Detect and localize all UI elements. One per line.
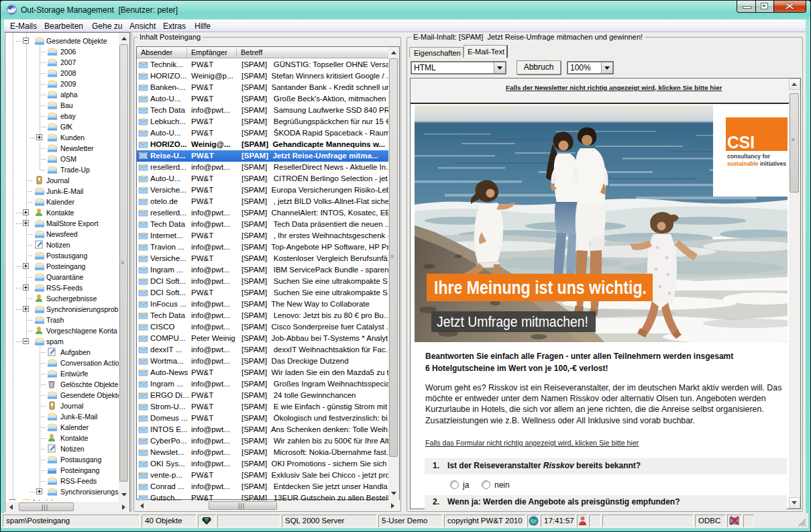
svg-text:consultancy for: consultancy for [727, 152, 770, 160]
svg-text:CSI: CSI [727, 133, 755, 152]
svg-text:sustainable initiatives: sustainable initiatives [727, 160, 786, 167]
svg-text:Ihre Meinung ist uns wichtig.: Ihre Meinung ist uns wichtig. [434, 278, 647, 298]
svg-text:Jetzt Umfrage mitmachen!: Jetzt Umfrage mitmachen! [437, 313, 588, 330]
